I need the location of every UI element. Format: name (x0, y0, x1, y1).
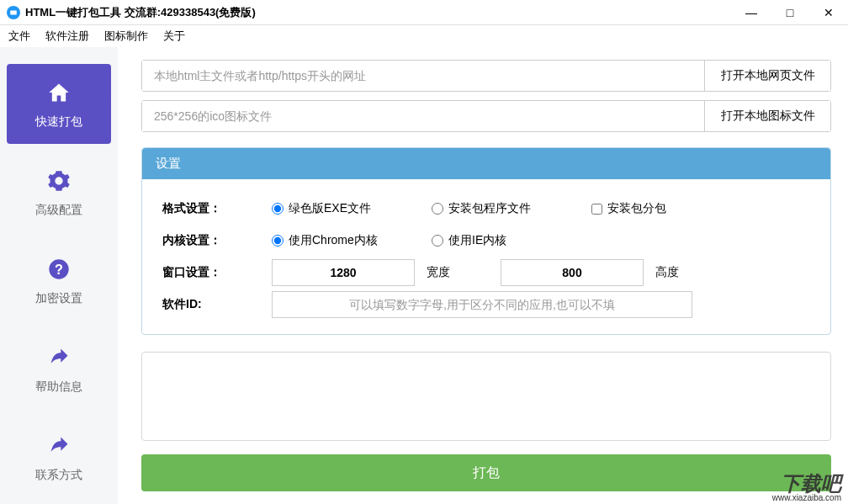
kernel-opt-ie[interactable]: 使用IE内核 (432, 233, 583, 248)
minimize-button[interactable]: — (732, 0, 771, 25)
menu-iconmake[interactable]: 图标制作 (104, 29, 148, 44)
question-icon: ? (45, 256, 72, 283)
height-input[interactable] (501, 259, 644, 286)
format-opt-split[interactable]: 安装包分包 (591, 201, 666, 216)
window-controls: — □ ✕ (732, 0, 848, 25)
settings-header: 设置 (142, 148, 830, 179)
home-icon (45, 79, 72, 106)
sidebar-item-help[interactable]: 帮助信息 (7, 329, 111, 409)
svg-rect-0 (10, 10, 17, 14)
sidebar-item-label: 加密设置 (35, 291, 82, 306)
maximize-button[interactable]: □ (771, 0, 809, 25)
menu-file[interactable]: 文件 (8, 29, 30, 44)
pack-button[interactable]: 打包 (141, 454, 831, 491)
titlebar: HTML一键打包工具 交流群:429338543(免费版) — □ ✕ (0, 0, 848, 25)
browse-html-button[interactable]: 打开本地网页文件 (704, 61, 830, 91)
html-path-input[interactable] (142, 61, 704, 91)
sidebar-item-quickpack[interactable]: 快速打包 (7, 64, 111, 144)
icon-path-input[interactable] (142, 101, 704, 131)
width-input[interactable] (272, 259, 415, 286)
close-button[interactable]: ✕ (809, 0, 848, 25)
menu-about[interactable]: 关于 (163, 29, 185, 44)
content-area: 打开本地网页文件 打开本地图标文件 设置 格式设置： 绿色版EXE文件 安装包程… (118, 47, 848, 504)
sidebar-item-label: 快速打包 (35, 114, 82, 130)
share-icon (45, 344, 72, 371)
share-icon (45, 432, 72, 459)
svg-text:?: ? (55, 261, 63, 276)
window-title: HTML一键打包工具 交流群:429338543(免费版) (25, 5, 256, 20)
browse-icon-button[interactable]: 打开本地图标文件 (704, 101, 830, 131)
softid-label: 软件ID: (162, 297, 272, 312)
menu-register[interactable]: 软件注册 (45, 29, 89, 44)
sidebar-item-contact[interactable]: 联系方式 (7, 417, 111, 497)
sidebar-item-label: 高级配置 (35, 203, 82, 218)
format-opt-installer[interactable]: 安装包程序文件 (432, 201, 583, 216)
width-unit: 宽度 (427, 265, 450, 280)
kernel-label: 内核设置： (162, 233, 272, 248)
sidebar: 快速打包 高级配置 ? 加密设置 帮助信息 联系方式 (0, 47, 118, 504)
icon-input-row: 打开本地图标文件 (141, 100, 831, 132)
sidebar-item-label: 联系方式 (35, 468, 82, 483)
sidebar-item-label: 帮助信息 (35, 379, 82, 395)
softid-input[interactable] (272, 291, 692, 318)
output-panel (141, 352, 831, 441)
menubar: 文件 软件注册 图标制作 关于 (0, 25, 848, 47)
sidebar-item-encrypt[interactable]: ? 加密设置 (7, 241, 111, 321)
app-icon (7, 6, 20, 19)
kernel-opt-chrome[interactable]: 使用Chrome内核 (272, 233, 423, 248)
settings-panel: 设置 格式设置： 绿色版EXE文件 安装包程序文件 安装包分包 内核设置： 使用… (141, 147, 831, 335)
format-opt-exe[interactable]: 绿色版EXE文件 (272, 201, 423, 216)
sidebar-item-advanced[interactable]: 高级配置 (7, 152, 111, 232)
window-label: 窗口设置： (162, 265, 272, 280)
gear-icon (45, 167, 72, 194)
height-unit: 高度 (655, 265, 679, 280)
html-input-row: 打开本地网页文件 (141, 60, 831, 92)
format-label: 格式设置： (162, 201, 272, 216)
